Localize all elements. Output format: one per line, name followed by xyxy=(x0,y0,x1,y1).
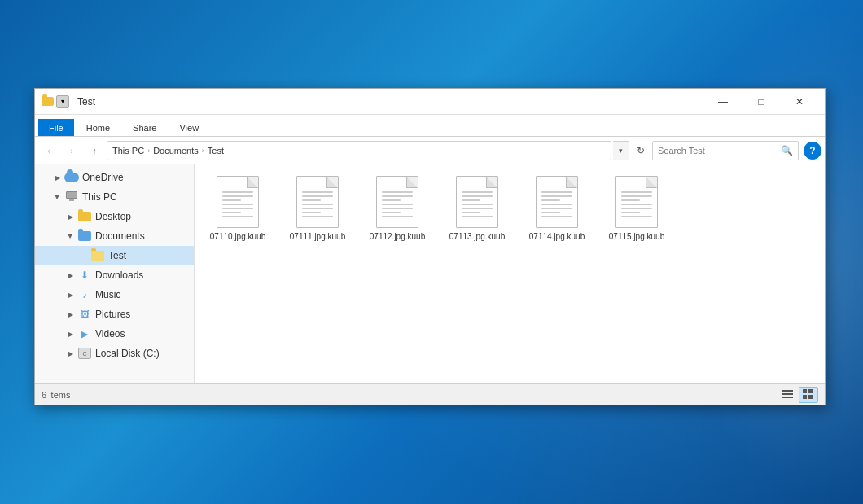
file-name: 07112.jpg.kuub xyxy=(370,231,425,242)
quick-access-button[interactable]: ▾ xyxy=(56,95,69,108)
svg-rect-1 xyxy=(782,393,793,395)
videos-icon: ▶ xyxy=(77,327,92,341)
main-content: ▶ OneDrive ▶ This PC ▶ xyxy=(35,164,825,383)
path-chevron-1: › xyxy=(147,147,150,155)
file-icon xyxy=(217,176,259,228)
title-bar-icons: ▾ xyxy=(42,95,69,108)
path-chevron-2: › xyxy=(202,147,204,155)
file-icon xyxy=(376,176,418,228)
file-name: 07111.jpg.kuub xyxy=(290,231,345,242)
sidebar: ▶ OneDrive ▶ This PC ▶ xyxy=(35,164,195,383)
sidebar-item-videos[interactable]: ▶ ▶ Videos xyxy=(35,324,194,344)
sidebar-label-onedrive: OneDrive xyxy=(82,172,124,183)
sidebar-label-localdisk: Local Disk (C:) xyxy=(95,348,160,359)
file-icon xyxy=(296,176,339,228)
up-button[interactable]: ↑ xyxy=(84,141,105,160)
help-button[interactable]: ? xyxy=(804,142,821,160)
address-bar: ‹ › ↑ This PC › Documents › Test ▾ ↻ 🔍 ? xyxy=(35,137,825,164)
sidebar-label-thispc: This PC xyxy=(82,191,117,203)
sidebar-item-documents[interactable]: ▶ Documents xyxy=(35,226,194,246)
sidebar-item-test[interactable]: ▶ Test xyxy=(35,246,194,265)
folder-icon-titlebar xyxy=(42,95,55,108)
file-name: 07114.jpg.kuub xyxy=(529,231,585,242)
sidebar-item-desktop[interactable]: ▶ Desktop xyxy=(35,207,194,226)
file-icon xyxy=(615,176,658,228)
expand-arrow-onedrive: ▶ xyxy=(51,171,64,184)
expand-arrow-pictures: ▶ xyxy=(64,308,77,321)
status-item-count: 6 items xyxy=(42,390,778,400)
address-path[interactable]: This PC › Documents › Test xyxy=(107,141,611,160)
localdisk-icon: C xyxy=(77,346,92,361)
file-item[interactable]: 07114.jpg.kuub xyxy=(520,171,594,247)
documents-icon xyxy=(77,229,92,243)
sidebar-item-downloads[interactable]: ▶ ⬇ Downloads xyxy=(35,265,194,285)
svg-rect-2 xyxy=(782,397,793,398)
path-this-pc[interactable]: This PC xyxy=(112,146,144,156)
desktop-icon xyxy=(77,209,92,224)
maximize-button[interactable]: □ xyxy=(743,89,780,115)
downloads-icon: ⬇ xyxy=(77,268,92,283)
thispc-icon xyxy=(64,190,79,204)
window-controls: — □ ✕ xyxy=(704,89,818,115)
sidebar-item-music[interactable]: ▶ ♪ Music xyxy=(35,285,194,305)
sidebar-label-test: Test xyxy=(108,250,126,261)
expand-arrow-desktop: ▶ xyxy=(64,210,77,223)
svg-rect-0 xyxy=(782,390,793,392)
file-item[interactable]: 07111.jpg.kuub xyxy=(281,171,354,247)
ribbon-tabs: File Home Share View xyxy=(35,115,825,136)
test-folder-icon xyxy=(90,248,105,263)
title-bar: ▾ Test — □ ✕ xyxy=(35,89,825,115)
svg-rect-5 xyxy=(803,395,807,399)
svg-rect-4 xyxy=(808,389,813,393)
file-explorer-window: ▾ Test — □ ✕ File Home Share View ‹ › ↑ … xyxy=(34,88,826,405)
sidebar-label-desktop: Desktop xyxy=(95,211,131,222)
ribbon: File Home Share View xyxy=(35,115,825,137)
pictures-icon: 🖼 xyxy=(77,307,92,322)
expand-arrow-music: ▶ xyxy=(64,288,77,301)
svg-rect-6 xyxy=(808,395,813,399)
sidebar-item-thispc[interactable]: ▶ This PC xyxy=(35,187,194,207)
view-large-icons-button[interactable] xyxy=(799,387,818,403)
music-icon: ♪ xyxy=(77,287,92,302)
file-item[interactable]: 07115.jpg.kuub xyxy=(600,171,673,247)
back-button[interactable]: ‹ xyxy=(38,141,59,160)
file-icon xyxy=(536,176,578,228)
expand-arrow-thispc: ▶ xyxy=(51,191,64,204)
expand-arrow-localdisk: ▶ xyxy=(64,347,77,360)
address-dropdown[interactable]: ▾ xyxy=(613,141,629,160)
refresh-button[interactable]: ↻ xyxy=(631,141,651,160)
expand-arrow-videos: ▶ xyxy=(64,327,77,340)
forward-button[interactable]: › xyxy=(61,141,82,160)
path-documents[interactable]: Documents xyxy=(153,146,199,156)
file-item[interactable]: 07112.jpg.kuub xyxy=(361,171,434,247)
sidebar-label-music: Music xyxy=(95,289,120,300)
tab-share[interactable]: Share xyxy=(122,119,167,136)
search-input[interactable] xyxy=(658,146,778,156)
tab-home[interactable]: Home xyxy=(76,119,120,136)
file-name: 07110.jpg.kuub xyxy=(210,231,265,242)
svg-rect-3 xyxy=(803,389,807,393)
sidebar-item-onedrive[interactable]: ▶ OneDrive xyxy=(35,168,194,187)
close-button[interactable]: ✕ xyxy=(781,89,818,115)
file-area: 07110.jpg.kuub07111.jpg.kuub07112.jpg.ku… xyxy=(195,164,825,383)
view-controls xyxy=(778,387,818,403)
minimize-button[interactable]: — xyxy=(704,89,742,115)
tab-file[interactable]: File xyxy=(38,119,74,136)
path-test[interactable]: Test xyxy=(208,146,224,156)
window-title: Test xyxy=(77,96,704,107)
view-details-button[interactable] xyxy=(778,387,797,403)
search-icon[interactable]: 🔍 xyxy=(781,145,793,156)
file-name: 07115.jpg.kuub xyxy=(609,231,664,242)
onedrive-icon xyxy=(64,170,79,185)
expand-arrow-downloads: ▶ xyxy=(64,269,77,282)
sidebar-label-pictures: Pictures xyxy=(95,309,130,320)
sidebar-item-localdisk[interactable]: ▶ C Local Disk (C:) xyxy=(35,344,194,363)
sidebar-label-videos: Videos xyxy=(95,328,125,340)
tab-view[interactable]: View xyxy=(169,119,209,136)
search-box[interactable]: 🔍 xyxy=(652,141,799,160)
sidebar-item-pictures[interactable]: ▶ 🖼 Pictures xyxy=(35,305,194,324)
status-bar: 6 items xyxy=(35,383,825,405)
file-name: 07113.jpg.kuub xyxy=(449,231,505,242)
file-item[interactable]: 07113.jpg.kuub xyxy=(440,171,514,247)
file-item[interactable]: 07110.jpg.kuub xyxy=(201,171,274,247)
